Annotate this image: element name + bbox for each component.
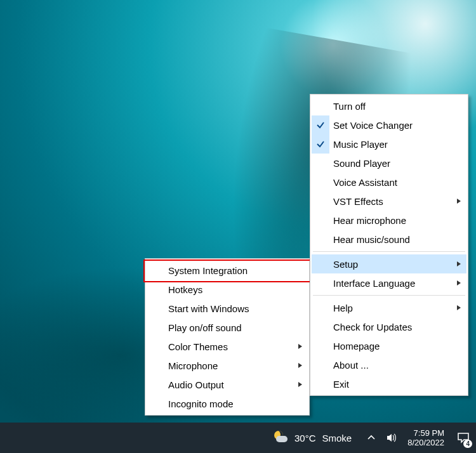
check-icon <box>147 299 164 318</box>
menu-item[interactable]: Help <box>312 298 466 317</box>
menu-separator <box>313 251 465 252</box>
menu-item[interactable]: System Integration <box>147 261 308 280</box>
menu-item[interactable]: Check for Updates <box>312 317 466 336</box>
tray-overflow-icon[interactable] <box>367 433 376 442</box>
check-icon <box>147 318 164 337</box>
menu-item[interactable]: Music Player <box>312 135 466 154</box>
check-icon <box>312 115 329 135</box>
menu-item[interactable]: Hear music/sound <box>312 230 466 249</box>
action-center-button[interactable]: 4 <box>451 423 476 453</box>
check-icon <box>312 336 329 355</box>
submenu-arrow-icon <box>456 198 461 204</box>
check-icon <box>312 355 329 374</box>
check-icon <box>312 173 329 192</box>
menu-item-label: Microphone <box>168 360 218 371</box>
menu-item-label: Sound Player <box>333 158 390 169</box>
taskbar[interactable]: 30°C Smoke 7:59 PM 8/20/2022 4 <box>0 423 476 453</box>
check-icon <box>312 273 329 292</box>
submenu-arrow-icon <box>298 343 303 350</box>
check-icon <box>312 230 329 249</box>
menu-item[interactable]: Voice Assistant <box>312 173 466 192</box>
submenu-arrow-icon <box>456 305 461 311</box>
menu-item-label: Incognito mode <box>168 398 234 409</box>
weather-widget[interactable]: 30°C Smoke <box>264 430 360 445</box>
check-icon <box>312 211 329 230</box>
menu-item[interactable]: VST Effects <box>312 192 466 211</box>
check-icon <box>147 356 164 375</box>
menu-item-label: Hotkeys <box>168 284 202 295</box>
taskbar-clock[interactable]: 7:59 PM 8/20/2022 <box>401 428 451 447</box>
menu-item[interactable]: Set Voice Changer <box>312 115 466 135</box>
check-icon <box>312 374 329 393</box>
menu-item-label: Audio Output <box>168 379 224 390</box>
menu-item-label: VST Effects <box>333 196 383 207</box>
menu-item-label: Homepage <box>333 341 380 351</box>
check-icon <box>312 298 329 317</box>
check-icon <box>312 96 329 115</box>
clock-time: 7:59 PM <box>407 428 444 438</box>
menu-item-label: System Integration <box>168 265 248 276</box>
check-icon <box>312 192 329 211</box>
menu-item[interactable]: Incognito mode <box>147 394 308 413</box>
check-icon <box>147 375 164 394</box>
submenu-arrow-icon <box>298 362 303 369</box>
check-icon <box>147 394 164 413</box>
menu-item[interactable]: Turn off <box>312 96 466 115</box>
menu-item-label: Check for Updates <box>333 322 412 332</box>
clock-date: 8/20/2022 <box>407 438 444 447</box>
menu-item[interactable]: Exit <box>312 374 466 393</box>
check-icon <box>312 317 329 336</box>
check-icon <box>312 154 329 173</box>
weather-condition: Smoke <box>322 433 352 443</box>
menu-item-label: Color Themes <box>168 341 228 352</box>
menu-item-label: Set Voice Changer <box>333 120 413 131</box>
check-icon <box>147 261 164 280</box>
menu-item[interactable]: Homepage <box>312 336 466 355</box>
menu-item[interactable]: Play on/off sound <box>147 318 308 337</box>
tray-context-menu[interactable]: Turn offSet Voice ChangerMusic PlayerSou… <box>310 94 468 396</box>
menu-item[interactable]: Audio Output <box>147 375 308 394</box>
menu-item-label: Voice Assistant <box>333 177 397 188</box>
menu-item-label: Play on/off sound <box>168 322 242 333</box>
submenu-arrow-icon <box>456 280 461 286</box>
submenu-arrow-icon <box>456 261 461 267</box>
menu-item-label: Start with Windows <box>168 303 249 314</box>
check-icon <box>147 280 164 299</box>
menu-item-label: Interface Language <box>333 278 415 289</box>
menu-item[interactable]: About ... <box>312 355 466 374</box>
menu-item-label: Turn off <box>333 101 366 112</box>
desktop[interactable]: System IntegrationHotkeysStart with Wind… <box>0 0 476 453</box>
menu-item[interactable]: Start with Windows <box>147 299 308 318</box>
menu-item[interactable]: Setup <box>312 254 466 273</box>
weather-temp: 30°C <box>294 433 316 443</box>
menu-item-label: Exit <box>333 379 349 390</box>
menu-item[interactable]: Color Themes <box>147 337 308 356</box>
menu-item-label: Hear music/sound <box>333 234 410 245</box>
menu-item-label: Music Player <box>333 139 388 150</box>
check-icon <box>312 254 329 273</box>
menu-item[interactable]: Interface Language <box>312 273 466 292</box>
notification-badge: 4 <box>463 440 472 448</box>
menu-item[interactable]: Sound Player <box>312 154 466 173</box>
menu-item-label: Setup <box>333 259 358 270</box>
menu-item[interactable]: Microphone <box>147 356 308 375</box>
menu-item-label: Help <box>333 303 353 313</box>
check-icon <box>147 337 164 356</box>
check-icon <box>312 135 329 154</box>
setup-submenu[interactable]: System IntegrationHotkeysStart with Wind… <box>145 258 310 416</box>
menu-item-label: Hear microphone <box>333 215 406 226</box>
menu-item[interactable]: Hotkeys <box>147 280 308 299</box>
menu-item-label: About ... <box>333 360 369 371</box>
volume-icon[interactable] <box>386 432 397 443</box>
system-tray[interactable] <box>360 432 401 443</box>
menu-item[interactable]: Hear microphone <box>312 211 466 230</box>
submenu-arrow-icon <box>298 381 303 388</box>
menu-separator <box>313 295 465 296</box>
weather-icon <box>273 430 288 445</box>
